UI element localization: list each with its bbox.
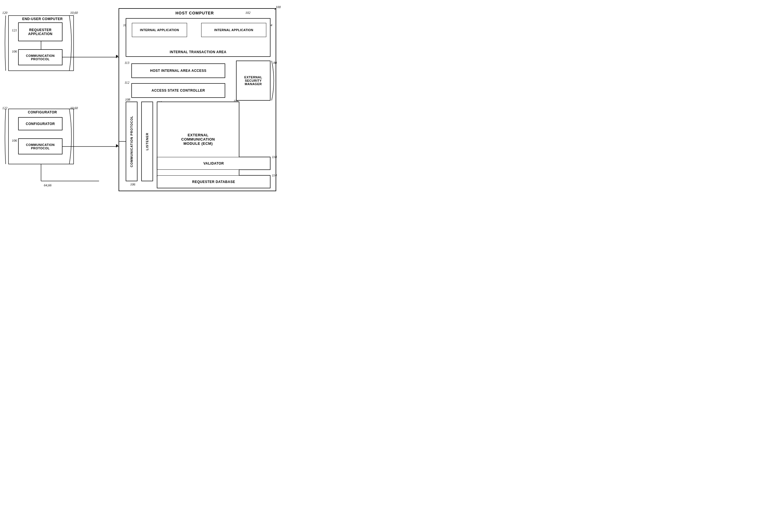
ref-108: 108 [125,98,130,102]
configurator-box: CONFIGURATOR [18,117,62,130]
ref-10-60-bottom: 10,60 [70,106,78,110]
host-internal-area-access-box: HOST INTERNAL AREA ACCESS [132,64,225,78]
diagram: 100 120 10,60 122 10,60 121 106 106 102 … [0,0,283,198]
comm-protocol-top-left-box: COMMUNICATION PROTOCOL [18,49,62,65]
ref-80: 80 [273,61,277,65]
external-security-manager-box: EXTERNAL SECURITY MANAGER [236,61,270,100]
internal-application-left-box: INTERNAL APPLICATION [132,23,187,37]
requester-database-box: REQUESTER DATABASE [157,175,270,188]
access-state-controller-box: ACCESS STATE CONTROLLER [132,83,225,98]
ref-102: 102 [245,11,250,15]
ref-10-60-top: 10,60 [70,11,78,15]
ref-118: 118 [272,155,277,159]
internal-transaction-area-label: INTERNAL TRANSACTION AREA [126,50,270,54]
configurator-outer-label: CONFIGURATOR [14,110,71,114]
listener-box: LISTENER [141,102,153,181]
ref-121: 121 [12,28,17,33]
ref-114: 114 [272,173,277,178]
requester-application-box: REQUESTER APPLICATION [18,23,62,41]
internal-transaction-area-box: INTERNAL APPLICATION INTERNAL APPLICATIO… [126,18,270,57]
ref-106-host: 106 [130,182,135,187]
svg-marker-25 [116,55,118,58]
ref-100: 100 [276,5,281,9]
ref-113: 113 [124,61,129,65]
ref-106-left-bottom: 106 [12,139,17,143]
comm-protocol-vertical-box: COMMUNICATION PROTOCOL [126,102,137,181]
ref-64-66: 64,66 [44,183,51,188]
comm-protocol-bottom-left-box: COMMUNICATION PROTOCOL [18,139,62,154]
svg-marker-26 [116,144,118,148]
validator-box: VALIDATOR [157,157,270,170]
ref-122: 122 [2,106,7,110]
host-computer-label: HOST COMPUTER [175,11,214,15]
internal-application-right-box: INTERNAL APPLICATION [201,23,266,37]
ref-106-left-top: 106 [12,49,17,54]
ref-120: 120 [2,11,7,15]
end-user-computer-label: END-USER COMPUTER [14,17,71,21]
ref-112: 112 [124,81,129,85]
